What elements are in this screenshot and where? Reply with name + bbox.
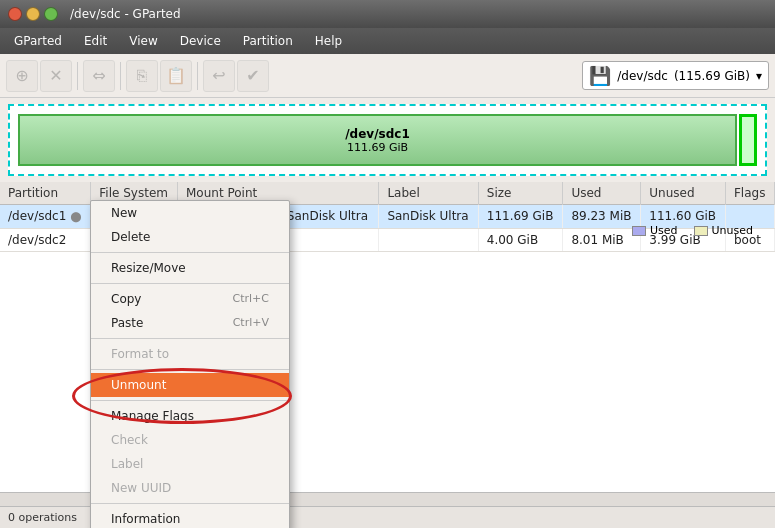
menu-help[interactable]: Help [305,31,352,51]
resize-move-button[interactable]: ⇔ [83,60,115,92]
disk-selector[interactable]: 💾 /dev/sdc (115.69 GiB) ▾ [582,61,769,90]
ctx-new-uuid: New UUID [91,476,289,500]
ctx-resize[interactable]: Resize/Move [91,256,289,280]
row2-partition: /dev/sdc2 [0,228,91,252]
minimize-button[interactable] [26,7,40,21]
titlebar: /dev/sdc - GParted [0,0,775,28]
ctx-paste[interactable]: Paste Ctrl+V [91,311,289,335]
col-partition: Partition [0,182,91,205]
legend-used-label: Used [650,224,678,237]
delete-partition-button[interactable]: ✕ [40,60,72,92]
copy-button[interactable]: ⎘ [126,60,158,92]
disk-size: (115.69 GiB) [674,69,750,83]
row2-used: 8.01 MiB [563,228,641,252]
ctx-sep-3 [91,338,289,339]
ctx-sep-6 [91,503,289,504]
menu-view[interactable]: View [119,31,167,51]
ctx-label: Label [91,452,289,476]
col-label: Label [379,182,478,205]
menu-partition[interactable]: Partition [233,31,303,51]
operations-count: 0 operations [8,511,77,524]
menu-edit[interactable]: Edit [74,31,117,51]
col-size: Size [478,182,563,205]
maximize-button[interactable] [44,7,58,21]
ctx-delete[interactable]: Delete [91,225,289,249]
paste-button[interactable]: 📋 [160,60,192,92]
col-used: Used [563,182,641,205]
ctx-format: Format to [91,342,289,366]
window-controls[interactable] [8,7,58,21]
partition-sdc1-bar[interactable]: /dev/sdc1 111.69 GiB [18,114,737,166]
row1-size: 111.69 GiB [478,205,563,229]
ctx-copy[interactable]: Copy Ctrl+C [91,287,289,311]
ctx-manage-flags[interactable]: Manage Flags [91,404,289,428]
menubar: GParted Edit View Device Partition Help [0,28,775,54]
menu-gparted[interactable]: GParted [4,31,72,51]
partition-visual: /dev/sdc1 111.69 GiB Used Unused [8,104,767,176]
row1-partition: /dev/sdc1 ⬤ [0,205,91,229]
ctx-sep-4 [91,369,289,370]
toolbar-separator-1 [77,62,78,90]
ctx-sep-2 [91,283,289,284]
context-menu: New Delete Resize/Move Copy Ctrl+C Paste… [90,200,290,528]
row2-label [379,228,478,252]
disk-dropdown-arrow[interactable]: ▾ [756,69,762,83]
legend-used: Used [632,224,678,237]
ctx-new[interactable]: New [91,201,289,225]
menu-device[interactable]: Device [170,31,231,51]
new-partition-button[interactable]: ⊕ [6,60,38,92]
partition-legend: Used Unused [632,224,753,237]
close-button[interactable] [8,7,22,21]
row1-label: SanDisk Ultra [379,205,478,229]
row2-size: 4.00 GiB [478,228,563,252]
ctx-information[interactable]: Information [91,507,289,528]
toolbar-separator-3 [197,62,198,90]
ctx-sep-1 [91,252,289,253]
legend-unused-box [694,226,708,236]
window-title: /dev/sdc - GParted [70,7,181,21]
disk-label: /dev/sdc [617,69,668,83]
col-flags: Flags [725,182,774,205]
ctx-check: Check [91,428,289,452]
undo-button[interactable]: ↩ [203,60,235,92]
toolbar: ⊕ ✕ ⇔ ⎘ 📋 ↩ ✔ 💾 /dev/sdc (115.69 GiB) ▾ [0,54,775,98]
col-unused: Unused [641,182,726,205]
partition-sdc2-bar[interactable] [739,114,757,166]
apply-button[interactable]: ✔ [237,60,269,92]
toolbar-separator-2 [120,62,121,90]
sdc1-label: /dev/sdc1 [345,127,410,141]
legend-unused: Unused [694,224,753,237]
disk-icon: 💾 [589,65,611,86]
row1-used: 89.23 MiB [563,205,641,229]
legend-unused-label: Unused [712,224,753,237]
ctx-unmount[interactable]: Unmount [91,373,289,397]
legend-used-box [632,226,646,236]
sdc1-size: 111.69 GiB [347,141,408,154]
ctx-sep-5 [91,400,289,401]
